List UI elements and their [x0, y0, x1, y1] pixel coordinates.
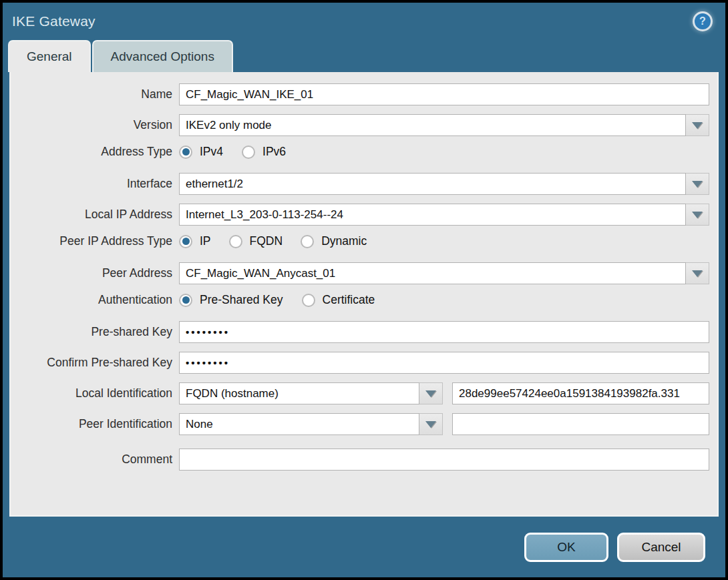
dialog-title: IKE Gateway — [12, 13, 96, 29]
radio-certificate[interactable]: Certificate — [302, 293, 375, 307]
ok-button[interactable]: OK — [524, 533, 608, 562]
confirm-pre-shared-key-input[interactable] — [179, 352, 709, 374]
peer-identification-value-input[interactable] — [452, 413, 709, 435]
local-ip-address-row: Local IP Address — [16, 204, 709, 226]
local-ip-address-label: Local IP Address — [16, 208, 179, 222]
peer-identification-row: Peer Identification — [16, 413, 709, 435]
radio-button-icon — [179, 294, 192, 307]
radio-button-icon — [229, 235, 242, 248]
authentication-label: Authentication — [16, 293, 179, 307]
radio-button-icon — [179, 235, 192, 248]
local-ip-address-dropdown-button[interactable] — [686, 204, 709, 226]
radio-pre-shared-key-label: Pre-Shared Key — [200, 293, 283, 307]
radio-ipv4[interactable]: IPv4 — [179, 145, 223, 159]
chevron-down-icon — [692, 270, 703, 277]
comment-label: Comment — [16, 453, 179, 467]
interface-label: Interface — [16, 177, 179, 191]
interface-dropdown-button[interactable] — [686, 173, 709, 195]
peer-address-select-input[interactable] — [179, 262, 686, 284]
name-label: Name — [16, 87, 179, 101]
radio-button-icon — [301, 235, 314, 248]
tab-advanced-options[interactable]: Advanced Options — [92, 40, 233, 72]
radio-fqdn-label: FQDN — [250, 234, 283, 248]
peer-identification-label: Peer Identification — [16, 417, 179, 431]
dialog-titlebar: IKE Gateway ? — [3, 3, 725, 40]
chevron-down-icon — [692, 212, 703, 218]
chevron-down-icon — [425, 421, 436, 428]
comment-row: Comment — [16, 449, 709, 471]
pre-shared-key-input[interactable] — [179, 321, 709, 343]
radio-fqdn[interactable]: FQDN — [229, 234, 283, 248]
name-input[interactable] — [179, 83, 709, 105]
peer-address-dropdown-button[interactable] — [686, 262, 709, 284]
version-row: Version — [16, 114, 709, 136]
ike-gateway-dialog: IKE Gateway ? General Advanced Options N… — [0, 0, 728, 580]
local-identification-label: Local Identification — [16, 386, 179, 400]
chevron-down-icon — [692, 181, 703, 188]
radio-ipv6[interactable]: IPv6 — [242, 145, 286, 159]
name-row: Name — [16, 83, 709, 105]
chevron-down-icon — [425, 390, 436, 397]
tab-bar: General Advanced Options — [3, 40, 725, 72]
interface-select-input[interactable] — [179, 173, 686, 195]
radio-button-icon — [242, 146, 255, 159]
radio-ip[interactable]: IP — [179, 234, 211, 248]
peer-address-row: Peer Address — [16, 262, 709, 284]
comment-input[interactable] — [179, 449, 709, 471]
radio-pre-shared-key[interactable]: Pre-Shared Key — [179, 293, 283, 307]
peer-identification-type-select[interactable] — [179, 413, 419, 435]
peer-ip-address-type-row: Peer IP Address Type IP FQDN Dynamic — [16, 234, 709, 248]
general-tab-panel: Name Version Address Type — [9, 72, 719, 517]
pre-shared-key-row: Pre-shared Key — [16, 321, 709, 343]
radio-certificate-label: Certificate — [323, 293, 375, 307]
version-label: Version — [16, 118, 179, 132]
authentication-row: Authentication Pre-Shared Key Certificat… — [16, 293, 709, 307]
radio-button-icon — [179, 146, 192, 159]
local-identification-type-select[interactable] — [179, 382, 419, 404]
local-identification-row: Local Identification — [16, 382, 709, 404]
confirm-pre-shared-key-row: Confirm Pre-shared Key — [16, 352, 709, 374]
version-select-input[interactable] — [179, 114, 686, 136]
dialog-footer: OK Cancel — [3, 517, 725, 577]
address-type-row: Address Type IPv4 IPv6 — [16, 145, 709, 159]
local-identification-value-input[interactable] — [452, 382, 709, 404]
peer-identification-dropdown-button[interactable] — [419, 413, 443, 435]
confirm-pre-shared-key-label: Confirm Pre-shared Key — [16, 356, 179, 370]
radio-dynamic[interactable]: Dynamic — [301, 234, 367, 248]
version-dropdown-button[interactable] — [686, 114, 709, 136]
cancel-button[interactable]: Cancel — [617, 533, 705, 562]
radio-button-icon — [302, 294, 315, 307]
peer-ip-address-type-label: Peer IP Address Type — [16, 234, 179, 248]
chevron-down-icon — [692, 122, 703, 129]
local-ip-address-select-input[interactable] — [179, 204, 686, 226]
local-identification-dropdown-button[interactable] — [419, 382, 443, 404]
help-icon[interactable]: ? — [695, 13, 711, 29]
address-type-label: Address Type — [16, 145, 179, 159]
pre-shared-key-label: Pre-shared Key — [16, 325, 179, 339]
radio-ip-label: IP — [200, 234, 211, 248]
radio-dynamic-label: Dynamic — [321, 234, 367, 248]
radio-ipv6-label: IPv6 — [262, 145, 286, 159]
interface-row: Interface — [16, 173, 709, 195]
radio-ipv4-label: IPv4 — [200, 145, 223, 159]
tab-general[interactable]: General — [8, 40, 91, 72]
peer-address-label: Peer Address — [16, 266, 179, 280]
